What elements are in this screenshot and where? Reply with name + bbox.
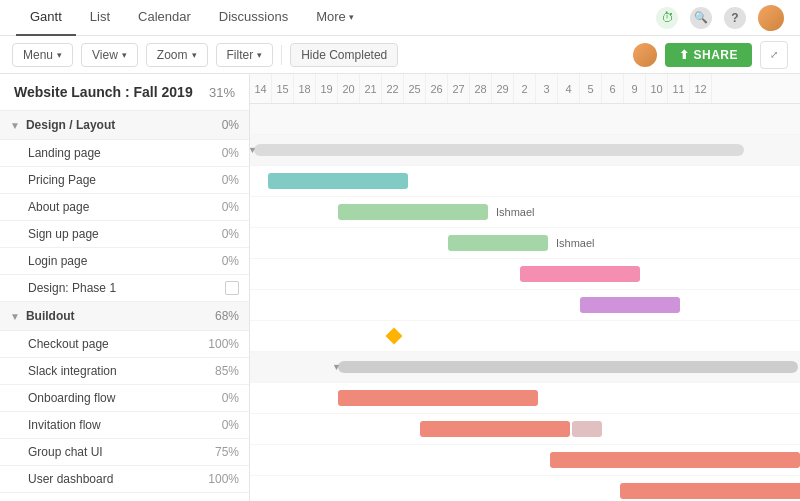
- gantt-body: ▼ Ishmael Ishmael: [250, 104, 800, 501]
- task-pricing-page[interactable]: Pricing Page 0%: [0, 167, 249, 194]
- gantt-signup-page: [250, 259, 800, 290]
- help-icon[interactable]: ?: [724, 7, 746, 29]
- hide-completed-button[interactable]: Hide Completed: [290, 43, 398, 67]
- filter-button[interactable]: Filter ▾: [216, 43, 274, 67]
- task-checkout-page[interactable]: Checkout page 100%: [0, 331, 249, 358]
- gantt-checkout-page: [250, 383, 800, 414]
- toolbar: Menu ▾ View ▾ Zoom ▾ Filter ▾ Hide Compl…: [0, 36, 800, 74]
- date-22: 22: [382, 74, 404, 104]
- milestone-diamond: [386, 328, 403, 345]
- date-25: 25: [404, 74, 426, 104]
- date-29: 29: [492, 74, 514, 104]
- project-title: Website Launch : Fall 2019: [14, 84, 193, 100]
- bar-slack-partial: [572, 421, 602, 437]
- view-button[interactable]: View ▾: [81, 43, 138, 67]
- chevron-down-icon: ▾: [257, 50, 262, 60]
- date-12: 12: [690, 74, 712, 104]
- user-avatar[interactable]: [758, 5, 784, 31]
- toolbar-avatar[interactable]: [633, 43, 657, 67]
- date-11: 11: [668, 74, 690, 104]
- date-27: 27: [448, 74, 470, 104]
- bar-label-ishmael2: Ishmael: [556, 237, 595, 249]
- date-19: 19: [316, 74, 338, 104]
- gantt-pricing-page: Ishmael: [250, 197, 800, 228]
- bar-about-page: [448, 235, 548, 251]
- gantt-group-design: ▼: [250, 135, 800, 166]
- tab-more[interactable]: More ▾: [302, 0, 368, 36]
- task-group-chat-ui[interactable]: Group chat UI 75%: [0, 439, 249, 466]
- task-landing-page[interactable]: Landing page 0%: [0, 140, 249, 167]
- drop-arrow-buildout: ▼: [332, 362, 341, 372]
- expand-icon[interactable]: ⤢: [760, 41, 788, 69]
- tab-calendar[interactable]: Calendar: [124, 0, 205, 36]
- bar-invitation-flow: [620, 483, 800, 499]
- task-user-dashboard[interactable]: User dashboard 100%: [0, 466, 249, 493]
- date-18: 18: [294, 74, 316, 104]
- bar-pricing-page: [338, 204, 488, 220]
- search-icon[interactable]: 🔍: [690, 7, 712, 29]
- gantt-about-page: Ishmael: [250, 228, 800, 259]
- date-9: 9: [624, 74, 646, 104]
- project-header: Website Launch : Fall 2019 31%: [0, 74, 249, 111]
- date-15: 15: [272, 74, 294, 104]
- task-signup-page[interactable]: Sign up page 0%: [0, 221, 249, 248]
- bar-onboarding-flow: [550, 452, 800, 468]
- chevron-down-icon: ▾: [57, 50, 62, 60]
- main-layout: Website Launch : Fall 2019 31% ▼ Design …: [0, 74, 800, 501]
- gantt-onboarding-flow: [250, 445, 800, 476]
- date-2: 2: [514, 74, 536, 104]
- date-14: 14: [250, 74, 272, 104]
- gantt-project-row: [250, 104, 800, 135]
- date-21: 21: [360, 74, 382, 104]
- toolbar-divider: [281, 45, 282, 65]
- date-6: 6: [602, 74, 624, 104]
- task-slack-integration[interactable]: Slack integration 85%: [0, 358, 249, 385]
- gantt-dates: 14 15 18 19 20 21 22 25 26 27 28 29 2 3 …: [250, 74, 712, 104]
- clock-icon[interactable]: ⏱: [656, 7, 678, 29]
- gantt-chart: 14 15 18 19 20 21 22 25 26 27 28 29 2 3 …: [250, 74, 800, 501]
- group-design-layout[interactable]: ▼ Design / Layout 0%: [0, 111, 249, 140]
- date-3: 3: [536, 74, 558, 104]
- bar-design-group: [254, 144, 744, 156]
- date-5: 5: [580, 74, 602, 104]
- date-28: 28: [470, 74, 492, 104]
- gantt-group-buildout: ▼: [250, 352, 800, 383]
- chevron-down-icon: ▾: [192, 50, 197, 60]
- bar-buildout-group: [338, 361, 798, 373]
- top-nav: Gantt List Calendar Discussions More ▾ ⏱…: [0, 0, 800, 36]
- task-checkbox[interactable]: [225, 281, 239, 295]
- bar-signup-page: [520, 266, 640, 282]
- bar-landing-page: [268, 173, 408, 189]
- project-pct: 31%: [209, 85, 235, 100]
- bar-checkout-page: [338, 390, 538, 406]
- chevron-down-icon: ▾: [122, 50, 127, 60]
- date-4: 4: [558, 74, 580, 104]
- tab-gantt[interactable]: Gantt: [16, 0, 76, 36]
- tab-discussions[interactable]: Discussions: [205, 0, 302, 36]
- gantt-login-page: [250, 290, 800, 321]
- group-buildout[interactable]: ▼ Buildout 68%: [0, 302, 249, 331]
- drop-arrow-design: ▼: [250, 145, 257, 155]
- sidebar: Website Launch : Fall 2019 31% ▼ Design …: [0, 74, 250, 501]
- zoom-button[interactable]: Zoom ▾: [146, 43, 208, 67]
- tab-list[interactable]: List: [76, 0, 124, 36]
- date-10: 10: [646, 74, 668, 104]
- bar-slack-integration: [420, 421, 570, 437]
- bar-login-page: [580, 297, 680, 313]
- gantt-slack-integration: [250, 414, 800, 445]
- gantt-header: 14 15 18 19 20 21 22 25 26 27 28 29 2 3 …: [250, 74, 800, 104]
- task-login-page[interactable]: Login page 0%: [0, 248, 249, 275]
- task-about-page[interactable]: About page 0%: [0, 194, 249, 221]
- chevron-down-icon: ▼: [10, 120, 20, 131]
- chevron-down-icon: ▼: [10, 311, 20, 322]
- menu-button[interactable]: Menu ▾: [12, 43, 73, 67]
- bar-label-ishmael1: Ishmael: [496, 206, 535, 218]
- share-button[interactable]: ⬆ SHARE: [665, 43, 752, 67]
- date-26: 26: [426, 74, 448, 104]
- nav-right: ⏱ 🔍 ?: [656, 5, 784, 31]
- task-invitation-flow[interactable]: Invitation flow 0%: [0, 412, 249, 439]
- gantt-design-phase1: [250, 321, 800, 352]
- gantt-landing-page: [250, 166, 800, 197]
- task-design-phase1[interactable]: Design: Phase 1: [0, 275, 249, 302]
- task-onboarding-flow[interactable]: Onboarding flow 0%: [0, 385, 249, 412]
